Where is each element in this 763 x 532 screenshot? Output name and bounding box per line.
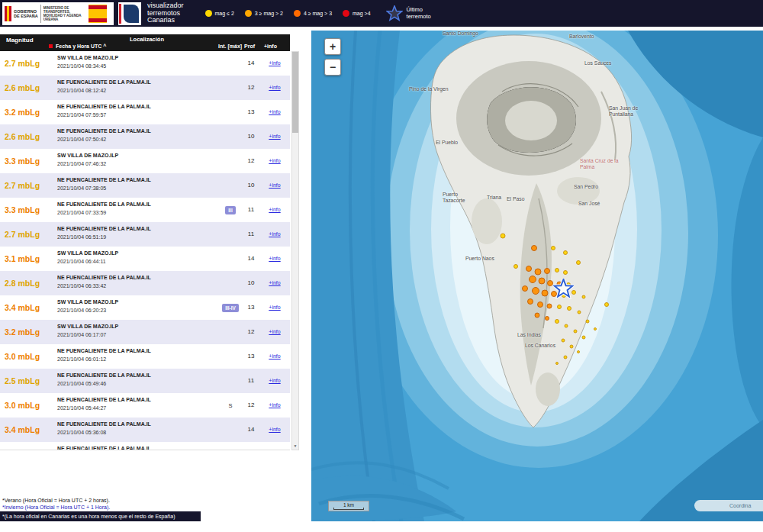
info-link[interactable]: +info	[261, 222, 288, 247]
place-label: Santa Cruz de laPalma	[580, 158, 619, 169]
legend-dot-icon	[343, 10, 349, 17]
last-earthquake-marker[interactable]	[553, 279, 574, 299]
earthquake-row: 3.3 mbLgNE FUENCALIENTE DE LA PALMA.IL20…	[0, 198, 290, 222]
info-link[interactable]: +info	[261, 418, 288, 442]
earthquake-dot[interactable]	[555, 319, 559, 324]
earthquake-dot[interactable]	[513, 264, 518, 269]
earthquake-dot[interactable]	[582, 336, 586, 340]
earthquake-dot[interactable]	[522, 285, 528, 292]
datetime-text: 2021/10/04 05:36:08	[57, 430, 217, 435]
earthquake-dot[interactable]	[555, 268, 559, 272]
header-depth[interactable]: Prof	[244, 44, 255, 49]
table-header: Magnitud Localización Fecha y Hora UTC ^…	[0, 34, 290, 51]
earthquake-dot[interactable]	[527, 298, 533, 305]
zoom-in-button[interactable]: +	[324, 38, 341, 55]
intensity-cell	[218, 320, 243, 344]
intensity-cell	[218, 100, 243, 124]
event-location-datetime: NE FUENCALIENTE DE LA PALMA.IL2021/10/04…	[57, 421, 217, 435]
earthquake-dot[interactable]	[563, 270, 568, 275]
earthquake-dot[interactable]	[544, 268, 550, 274]
info-link[interactable]: +info	[261, 173, 288, 198]
earthquake-dot[interactable]	[529, 276, 536, 283]
info-link[interactable]: +info	[261, 51, 288, 76]
info-link[interactable]: +info	[261, 100, 288, 124]
earthquake-dot[interactable]	[574, 330, 578, 334]
magnitude-value: 2.6 mbLg	[5, 76, 55, 100]
earthquake-dot[interactable]	[594, 327, 597, 330]
info-link[interactable]: +info	[261, 271, 288, 295]
earthquake-dot[interactable]	[535, 269, 542, 276]
info-link[interactable]: +info	[261, 149, 288, 173]
earthquake-dot[interactable]	[564, 356, 568, 360]
zoom-out-button[interactable]: −	[324, 59, 341, 76]
info-link[interactable]: +info	[261, 198, 288, 222]
info-link[interactable]: +info	[261, 344, 288, 369]
earthquake-dot[interactable]	[545, 316, 549, 321]
info-link[interactable]: +info	[261, 247, 288, 271]
header-datetime-sort[interactable]: Fecha y Hora UTC ^	[56, 44, 106, 49]
info-link[interactable]: +info	[261, 393, 288, 418]
earthquake-dot[interactable]	[535, 313, 540, 318]
earthquake-dot[interactable]	[570, 345, 574, 349]
event-location-datetime: SW VILLA DE MAZO.ILP2021/10/04 06:20:23	[57, 299, 217, 313]
earthquake-row: 2.7 mbLgNE FUENCALIENTE DE LA PALMA.IL20…	[0, 222, 290, 247]
info-link[interactable]: +info	[261, 295, 288, 320]
earthquake-dot[interactable]	[539, 278, 546, 285]
map[interactable]: Santo DomingoBarloventoLos SaucesPino de…	[311, 31, 763, 521]
info-link[interactable]: +info	[261, 76, 288, 100]
spain-coat-of-arms-icon	[5, 6, 11, 21]
earthquake-dot[interactable]	[577, 350, 580, 353]
earthquake-dot[interactable]	[547, 280, 553, 286]
earthquake-dot[interactable]	[542, 290, 549, 297]
header-info[interactable]: +info	[264, 44, 277, 49]
location-text: NE FUENCALIENTE DE LA PALMA.IL	[57, 348, 217, 353]
earthquake-dot[interactable]	[547, 304, 552, 309]
earthquake-dot[interactable]	[555, 362, 559, 365]
header-location[interactable]: Localización	[130, 36, 164, 43]
earthquake-dot[interactable]	[578, 311, 581, 314]
earthquake-dot[interactable]	[604, 302, 609, 307]
earthquake-dot[interactable]	[557, 305, 562, 309]
header-intensity[interactable]: Int. [máx]	[218, 44, 242, 49]
earthquake-dot[interactable]	[565, 324, 568, 328]
intensity-cell: III-IV	[218, 295, 243, 320]
red-marker-icon	[49, 44, 53, 48]
depth-value: 14	[241, 247, 261, 271]
earthquake-dot[interactable]	[526, 266, 532, 272]
earthquake-dot[interactable]	[563, 250, 568, 255]
event-location-datetime: SW VILLA DE MAZO.ILP2021/10/04 06:44:11	[57, 250, 217, 264]
scrollbar-thumb[interactable]	[292, 52, 298, 133]
earthquake-dot[interactable]	[537, 301, 543, 308]
info-link[interactable]	[261, 442, 288, 450]
place-label: Barlovento	[569, 34, 594, 40]
earthquake-dot[interactable]	[576, 260, 581, 265]
place-label: PuertoTazacorte	[443, 192, 465, 203]
coordinates-button[interactable]: Coordina	[694, 500, 763, 511]
intensity-cell	[218, 51, 243, 76]
earthquake-dot[interactable]	[562, 339, 565, 343]
earthquake-dot[interactable]	[567, 306, 571, 311]
zoom-controls: + −	[324, 38, 341, 76]
earthquake-row: 2.6 mbLgNE FUENCALIENTE DE LA PALMA.IL20…	[0, 76, 290, 100]
earthquake-dot[interactable]	[531, 245, 537, 251]
earthquake-dot[interactable]	[582, 295, 586, 299]
earthquake-dot[interactable]	[532, 287, 539, 295]
datetime-text: 2021/10/04 06:01:12	[57, 356, 217, 362]
depth-value: 13	[241, 344, 261, 369]
info-link[interactable]: +info	[261, 320, 288, 344]
datetime-text: 2021/10/04 06:44:11	[57, 259, 217, 264]
info-link[interactable]: +info	[261, 124, 288, 149]
table-scrollbar[interactable]: ▼	[291, 51, 299, 450]
scrollbar-down-arrow-icon[interactable]: ▼	[292, 442, 298, 450]
datetime-text: 2021/10/04 06:20:23	[57, 308, 217, 313]
depth-value: 12	[241, 393, 261, 418]
depth-value: 10	[241, 173, 261, 198]
earthquake-dot[interactable]	[501, 234, 506, 239]
info-link[interactable]: +info	[261, 369, 288, 393]
header-magnitude[interactable]: Magnitud	[6, 37, 34, 44]
location-text: NE FUENCALIENTE DE LA PALMA.IL	[57, 104, 217, 109]
earthquake-dot[interactable]	[551, 246, 555, 250]
earthquake-dot[interactable]	[586, 320, 590, 324]
magnitude-value: 3.0 mbLg	[5, 393, 55, 418]
event-location-datetime: NE FUENCALIENTE DE LA PALMA.IL2021/10/04…	[57, 275, 217, 289]
